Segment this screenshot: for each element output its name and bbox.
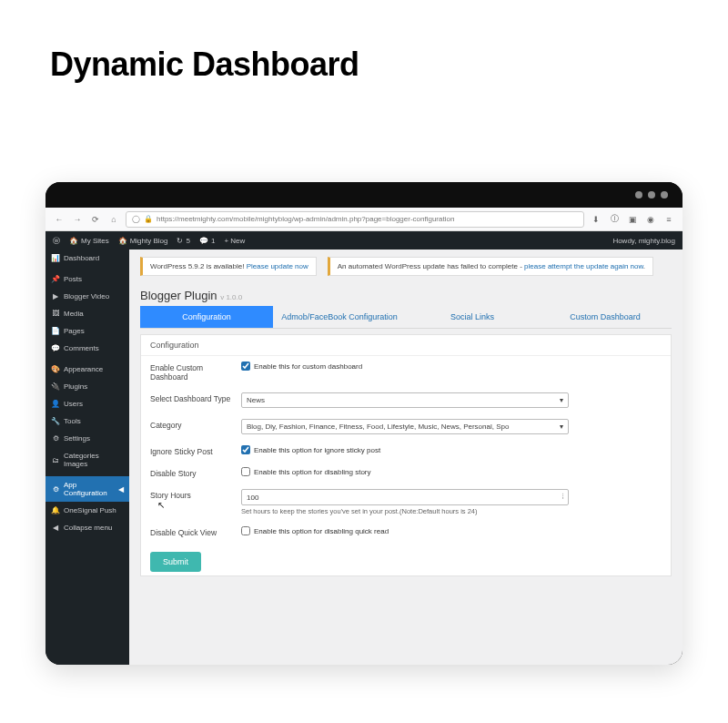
tab-configuration[interactable]: Configuration bbox=[140, 306, 273, 328]
disable-story-text: Enable this option for disabling story bbox=[254, 468, 371, 476]
reload-icon[interactable]: ⟳ bbox=[89, 213, 102, 226]
tabs: Configuration Admob/FaceBook Configurati… bbox=[140, 306, 672, 329]
sidebar-item-pages[interactable]: 📄Pages bbox=[46, 322, 129, 340]
failed-update-notice: An automated WordPress update has failed… bbox=[328, 257, 653, 276]
wp-content: WordPress 5.9.2 is available! Please upd… bbox=[129, 249, 682, 665]
lock-icon: 🔒 bbox=[144, 215, 153, 223]
comments-icon: 💬 bbox=[51, 344, 60, 352]
enable-custom-checkbox[interactable] bbox=[241, 362, 250, 371]
collapse-icon: ◀ bbox=[51, 524, 60, 532]
category-select[interactable]: Blog, Diy, Fashion, Finance, Fitness, Fo… bbox=[241, 419, 569, 434]
window-dot bbox=[635, 191, 642, 199]
enable-custom-text: Enable this for custom dashboard bbox=[254, 362, 362, 371]
pages-icon: 📄 bbox=[51, 327, 60, 335]
wp-sidebar: 📊Dashboard 📌Posts ▶Blogger Video 🖼Media … bbox=[46, 249, 129, 665]
disable-quick-checkbox[interactable] bbox=[241, 526, 250, 535]
browser-titlebar bbox=[46, 182, 682, 208]
sidebar-item-posts[interactable]: 📌Posts bbox=[46, 270, 129, 288]
tab-admob-facebook[interactable]: Admob/FaceBook Configuration bbox=[273, 306, 406, 328]
category-label: Category bbox=[150, 419, 241, 430]
wp-logo-icon[interactable]: ⓦ bbox=[53, 236, 60, 246]
howdy-text[interactable]: Howdy, mighty.blog bbox=[612, 237, 675, 245]
back-icon[interactable]: ← bbox=[53, 213, 66, 226]
dashboard-icon: 📊 bbox=[51, 254, 60, 262]
story-hours-help: Set hours to keep the stories you've set… bbox=[241, 507, 662, 515]
sidebar-item-onesignal[interactable]: 🔔OneSignal Push bbox=[46, 502, 129, 519]
categories-icon: 🗂 bbox=[51, 456, 60, 464]
extension-icon[interactable]: ◉ bbox=[644, 213, 657, 226]
users-icon: 👤 bbox=[51, 400, 60, 408]
update-now-link[interactable]: Please update now bbox=[247, 262, 308, 270]
mysites-link[interactable]: 🏠 My Sites bbox=[69, 237, 109, 245]
sidebar-item-settings[interactable]: ⚙Settings bbox=[46, 430, 129, 447]
disable-quick-text: Enable this option for disabling quick r… bbox=[254, 527, 389, 535]
sidebar-item-appearance[interactable]: 🎨Appearance bbox=[46, 361, 129, 378]
gear-icon: ⚙ bbox=[51, 485, 60, 494]
new-link[interactable]: + New bbox=[224, 237, 245, 245]
sidebar-item-app-configuration[interactable]: ⚙App Configuration ◀ bbox=[46, 476, 129, 502]
configuration-panel: Configuration Enable Custom Dashboard En… bbox=[140, 334, 672, 576]
sidebar-item-categories-images[interactable]: 🗂Categories Images bbox=[46, 447, 129, 473]
updates-link[interactable]: ↻ 5 bbox=[177, 237, 189, 245]
dashboard-type-select[interactable]: News ▾ bbox=[241, 392, 569, 408]
video-icon: ▶ bbox=[51, 292, 60, 300]
posts-icon: 📌 bbox=[51, 275, 60, 283]
window-dot bbox=[661, 191, 668, 199]
ignore-sticky-checkbox[interactable] bbox=[241, 445, 250, 454]
browser-toolbar: ← → ⟳ ⌂ ◯ 🔒 https://meetmighty.com/mobil… bbox=[46, 208, 682, 231]
disable-quick-label: Disable Quick View bbox=[150, 526, 241, 537]
disable-story-label: Disable Story bbox=[150, 467, 241, 478]
comments-link[interactable]: 💬 1 bbox=[199, 237, 215, 245]
enable-custom-label: Enable Custom Dashboard bbox=[150, 362, 241, 382]
appearance-icon: 🎨 bbox=[51, 365, 60, 373]
story-hours-label: Story Hours bbox=[150, 489, 241, 500]
tools-icon: 🔧 bbox=[51, 417, 60, 425]
sidebar-collapse[interactable]: ◀Collapse menu bbox=[46, 519, 129, 536]
retry-update-link[interactable]: please attempt the update again now bbox=[524, 262, 643, 270]
chevron-down-icon: ▾ bbox=[560, 396, 563, 404]
ignore-sticky-text: Enable this option for ignore sticky pos… bbox=[254, 446, 380, 454]
sidebar-item-tools[interactable]: 🔧Tools bbox=[46, 412, 129, 430]
menu-icon[interactable]: ≡ bbox=[662, 213, 675, 226]
cursor-icon: ↖ bbox=[157, 500, 165, 510]
wp-adminbar: ⓦ 🏠 My Sites 🏠 Mighty Blog ↻ 5 💬 1 + New… bbox=[46, 231, 682, 249]
ignore-sticky-label: Ignore Sticky Post bbox=[150, 445, 241, 456]
browser-window: ← → ⟳ ⌂ ◯ 🔒 https://meetmighty.com/mobil… bbox=[46, 182, 682, 665]
sidebar-item-media[interactable]: 🖼Media bbox=[46, 305, 129, 322]
tab-custom-dashboard[interactable]: Custom Dashboard bbox=[539, 306, 672, 328]
download-icon[interactable]: ⬇ bbox=[590, 213, 602, 226]
update-notice: WordPress 5.9.2 is available! Please upd… bbox=[140, 257, 317, 276]
media-icon: 🖼 bbox=[51, 310, 60, 318]
tab-social-links[interactable]: Social Links bbox=[406, 306, 539, 328]
extension-icon[interactable]: ▣ bbox=[626, 213, 639, 226]
sidebar-item-dashboard[interactable]: 📊Dashboard bbox=[46, 249, 129, 267]
sidebar-item-blogger-video[interactable]: ▶Blogger Video bbox=[46, 288, 129, 305]
sidebar-item-comments[interactable]: 💬Comments bbox=[46, 340, 129, 357]
disable-story-checkbox[interactable] bbox=[241, 467, 250, 476]
page-heading: Dynamic Dashboard bbox=[0, 0, 728, 84]
stepper-icon[interactable]: ⦙ bbox=[562, 493, 563, 502]
dashboard-type-label: Select Dashboard Type bbox=[150, 392, 241, 403]
home-icon[interactable]: ⌂ bbox=[107, 213, 120, 226]
bell-icon: 🔔 bbox=[51, 506, 60, 514]
sidebar-item-users[interactable]: 👤Users bbox=[46, 395, 129, 412]
account-icon[interactable]: Ⓘ bbox=[608, 213, 621, 226]
shield-icon: ◯ bbox=[132, 215, 140, 223]
submit-button[interactable]: Submit bbox=[150, 552, 201, 572]
sidebar-item-plugins[interactable]: 🔌Plugins bbox=[46, 378, 129, 395]
window-dot bbox=[648, 191, 655, 199]
plugins-icon: 🔌 bbox=[51, 382, 60, 391]
plugin-title: Blogger Plugin v 1.0.0 bbox=[140, 281, 672, 306]
forward-icon[interactable]: → bbox=[71, 213, 84, 226]
settings-icon: ⚙ bbox=[51, 434, 60, 443]
story-hours-input[interactable]: 100 ⦙ bbox=[241, 489, 569, 505]
url-bar[interactable]: ◯ 🔒 https://meetmighty.com/mobile/mighty… bbox=[126, 211, 584, 228]
panel-heading: Configuration bbox=[141, 335, 671, 356]
sitename-link[interactable]: 🏠 Mighty Blog bbox=[118, 237, 168, 245]
chevron-down-icon: ▾ bbox=[560, 423, 563, 431]
url-text: https://meetmighty.com/mobile/mightyblog… bbox=[157, 215, 454, 223]
